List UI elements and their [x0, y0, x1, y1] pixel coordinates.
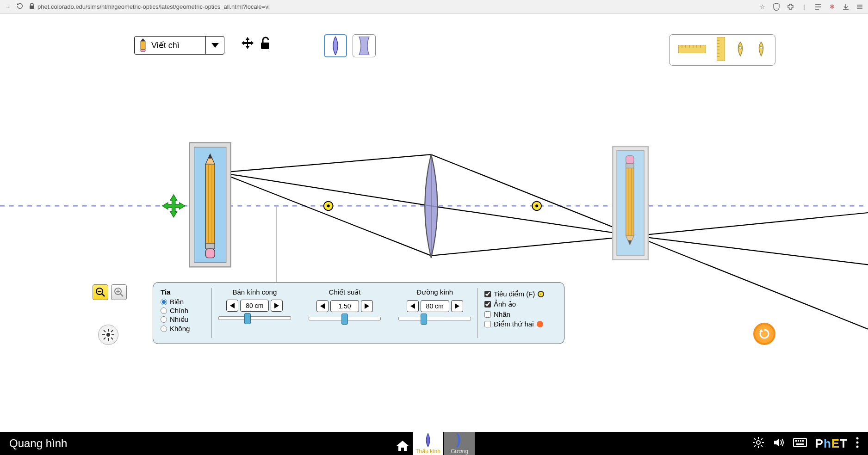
- svg-rect-93: [796, 443, 804, 445]
- svg-rect-13: [717, 37, 725, 61]
- svg-rect-48: [617, 151, 644, 256]
- bottom-right-icons: PhET: [752, 437, 859, 451]
- unlock-icon[interactable]: [260, 36, 272, 50]
- svg-rect-5: [261, 43, 269, 49]
- svg-point-46: [535, 204, 538, 207]
- marker-1-icon[interactable]: [735, 41, 745, 59]
- svg-line-86: [761, 438, 763, 440]
- sim-title: Quang hình: [9, 437, 67, 450]
- keyboard-icon[interactable]: [793, 438, 807, 449]
- gear-icon[interactable]: [752, 437, 764, 450]
- ray-option-marginal[interactable]: Biên: [161, 298, 211, 306]
- index-track[interactable]: [309, 317, 381, 320]
- kebab-icon[interactable]: [856, 437, 859, 450]
- svg-rect-40: [205, 249, 215, 258]
- svg-marker-73: [274, 303, 279, 308]
- svg-rect-39: [205, 243, 215, 249]
- bottom-bar: Quang hình Thấu kính Gương PhET: [0, 432, 868, 455]
- svg-rect-91: [800, 440, 801, 442]
- phet-logo[interactable]: PhET: [815, 437, 848, 451]
- focal-point-left: [324, 202, 333, 211]
- svg-point-21: [760, 46, 763, 49]
- menu-icon[interactable]: [856, 3, 863, 11]
- radius-decrement[interactable]: [226, 300, 238, 312]
- zoom-out-button[interactable]: [93, 284, 108, 300]
- svg-rect-6: [678, 45, 706, 53]
- diameter-thumb[interactable]: [421, 314, 427, 325]
- diameter-value[interactable]: 80 cm: [421, 300, 449, 312]
- svg-rect-32: [190, 143, 231, 267]
- radius-increment[interactable]: [271, 300, 283, 312]
- forward-icon[interactable]: →: [5, 3, 11, 10]
- svg-marker-72: [230, 303, 235, 308]
- check-labels[interactable]: Nhãn: [484, 310, 557, 318]
- object-dropdown[interactable]: Viết chì: [134, 36, 224, 55]
- svg-marker-54: [626, 236, 634, 245]
- convex-lens-button[interactable]: [324, 34, 347, 57]
- ray-option-none[interactable]: Không: [161, 325, 211, 332]
- control-panel: Tia Biên Chính Nhiều Không Bán kính cong…: [153, 282, 564, 344]
- avatar-icon[interactable]: ✱: [828, 3, 836, 11]
- svg-marker-78: [759, 329, 763, 332]
- ruler-horizontal-icon[interactable]: [678, 45, 706, 55]
- move-icon[interactable]: [241, 36, 254, 50]
- svg-line-29: [220, 172, 431, 256]
- tab-mirror[interactable]: Gương: [444, 432, 475, 455]
- svg-marker-76: [410, 303, 415, 309]
- diameter-increment[interactable]: [451, 300, 463, 312]
- svg-line-26: [220, 172, 431, 206]
- tab-lens[interactable]: Thấu kính: [413, 432, 443, 455]
- index-thumb[interactable]: [341, 314, 348, 325]
- radius-value[interactable]: 80 cm: [240, 300, 269, 312]
- svg-marker-34: [205, 154, 215, 164]
- reset-button[interactable]: [753, 323, 775, 345]
- ruler-vertical-icon[interactable]: [717, 37, 725, 63]
- home-button[interactable]: [393, 437, 412, 455]
- svg-marker-1: [141, 38, 145, 41]
- svg-rect-47: [613, 147, 648, 259]
- svg-rect-3: [141, 49, 145, 52]
- svg-rect-49: [626, 156, 634, 164]
- zoom-controls: [93, 284, 127, 300]
- index-decrement[interactable]: [316, 300, 329, 312]
- screen-tabs: Thấu kính Gương: [393, 432, 475, 455]
- pencil-icon: [135, 38, 151, 52]
- focal-point-icon: [538, 291, 544, 297]
- ray-option-many[interactable]: Nhiều: [161, 315, 211, 324]
- rays-title: Tia: [161, 288, 211, 296]
- checkbox-group: Tiêu điểm (F) Ảnh ảo Nhãn Điểm thứ hai: [478, 288, 557, 338]
- radius-track[interactable]: [218, 316, 291, 320]
- svg-point-96: [856, 446, 859, 448]
- diameter-decrement[interactable]: [407, 300, 419, 312]
- move-lock-group: [241, 36, 272, 50]
- sim-canvas: Viết chì: [0, 14, 868, 432]
- svg-line-27: [431, 206, 635, 236]
- check-virtual-image[interactable]: Ảnh ảo: [484, 300, 557, 308]
- marker-2-icon[interactable]: [756, 41, 766, 59]
- concave-lens-button[interactable]: [353, 34, 376, 57]
- ray-option-principal[interactable]: Chính: [161, 307, 211, 314]
- svg-line-31: [635, 213, 868, 236]
- check-focal-points[interactable]: Tiêu điểm (F): [484, 290, 557, 298]
- url-bar[interactable]: phet.colorado.edu/sims/html/geometric-op…: [29, 3, 753, 11]
- object-pencil-frame: [190, 143, 231, 267]
- index-slider: Chiết suất 1.50: [307, 288, 383, 338]
- radius-thumb[interactable]: [244, 313, 251, 324]
- svg-point-94: [856, 437, 859, 440]
- index-increment[interactable]: [361, 300, 373, 312]
- divider: |: [800, 3, 808, 11]
- index-value[interactable]: 1.50: [330, 300, 359, 312]
- light-rays-button[interactable]: [98, 325, 118, 345]
- chevron-down-icon: [205, 37, 224, 54]
- extensions-icon[interactable]: [787, 3, 794, 11]
- image-pencil-frame: [613, 147, 648, 259]
- audio-icon[interactable]: [773, 437, 785, 450]
- check-second-point[interactable]: Điểm thứ hai: [484, 320, 557, 328]
- reading-list-icon[interactable]: [814, 3, 822, 11]
- star-icon[interactable]: ☆: [759, 3, 766, 11]
- diameter-track[interactable]: [398, 317, 471, 320]
- zoom-in-button[interactable]: [111, 284, 127, 300]
- reload-icon[interactable]: [16, 2, 24, 11]
- download-icon[interactable]: [842, 3, 849, 11]
- shield-icon[interactable]: [773, 3, 780, 11]
